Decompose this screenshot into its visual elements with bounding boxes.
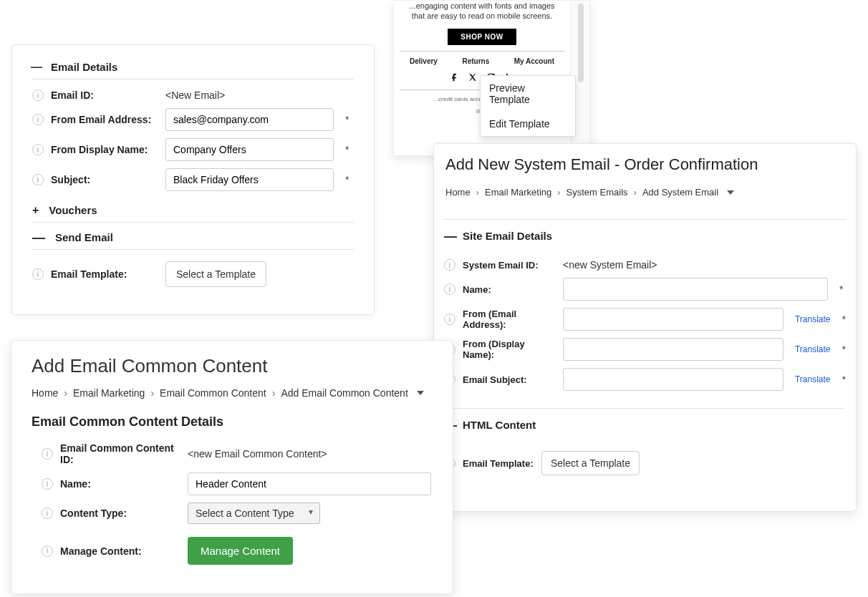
select-template-button[interactable]: Select a Template [165,261,266,287]
template-link-returns[interactable]: Returns [462,57,489,65]
email-details-panel: — Email Details i Email ID: <New Email> … [11,44,375,315]
label-system-email-id: System Email ID: [463,260,556,271]
x-twitter-icon[interactable] [468,72,478,82]
required-asterisk: * [842,314,846,325]
label-from-display: From Display Name: [51,144,158,155]
section-header-site-email-details[interactable]: — Site Email Details [444,230,846,249]
info-icon[interactable]: i [444,314,455,325]
info-icon[interactable]: i [42,545,53,557]
info-icon[interactable]: i [444,259,455,271]
label-email-id: Email ID: [51,89,158,101]
row-email-id: i Email ID: <New Email> [32,89,354,101]
section-title: Site Email Details [463,230,552,242]
value-common-content-id: <new Email Common Content> [188,448,327,460]
breadcrumb-home[interactable]: Home [445,187,471,198]
from-display-input[interactable] [165,138,334,161]
required-asterisk: * [842,374,846,385]
label-common-content-id: Email Common Content ID: [60,442,180,465]
label-subject: Email Subject: [463,374,556,385]
breadcrumb-email-common-content[interactable]: Email Common Content [160,387,266,399]
breadcrumb: Home › Email Marketing › System Emails ›… [445,187,846,198]
translate-link[interactable]: Translate [795,344,831,354]
template-context-menu: Preview Template Edit Template [480,75,576,137]
info-icon[interactable]: i [42,448,53,460]
translate-link[interactable]: Translate [795,374,831,384]
subject-input[interactable] [165,168,334,191]
from-email-input[interactable] [563,308,783,331]
facebook-icon[interactable] [449,72,459,82]
subject-input[interactable] [563,368,783,391]
row-from-display: i From (Display Name): Translate * [444,338,846,361]
label-content-type: Content Type: [60,508,180,519]
collapse-icon: — [32,63,41,72]
menu-item-preview-template[interactable]: Preview Template [481,76,575,112]
chevron-right-icon: › [150,387,154,399]
menu-item-edit-template[interactable]: Edit Template [481,112,575,136]
chevron-right-icon: › [634,187,637,198]
row-email-template: i Email Template: Select a Template [444,451,846,475]
row-from-display: i From Display Name: * [32,138,354,161]
breadcrumb-email-marketing[interactable]: Email Marketing [73,387,145,399]
label-from-email: From (Email Address): [463,309,556,330]
info-icon[interactable]: i [42,508,53,519]
info-icon[interactable]: i [32,144,44,155]
chevron-down-icon[interactable] [727,190,734,195]
label-from-email: From Email Address: [51,114,158,125]
name-input[interactable] [563,278,828,301]
info-icon[interactable]: i [42,478,53,490]
name-input[interactable] [188,472,431,495]
from-display-input[interactable] [563,338,783,361]
info-icon[interactable]: i [32,114,44,125]
chevron-right-icon: › [64,387,67,399]
section-header-email-details[interactable]: — Email Details [32,61,354,79]
row-email-template: i Email Template: Select a Template [32,261,354,287]
page-title: Add New System Email - Order Confirmatio… [445,155,846,174]
section-title: Vouchers [49,204,97,216]
breadcrumb-home[interactable]: Home [32,387,58,399]
required-asterisk: * [839,283,843,295]
section-title: Send Email [55,231,113,243]
label-name: Name: [60,478,180,490]
section-header-vouchers[interactable]: + Vouchers [32,198,354,223]
section-header-send-email[interactable]: — Send Email [32,225,354,250]
label-email-template: Email Template: [463,458,534,469]
breadcrumb-add-system-email: Add System Email [642,187,718,198]
row-name: i Name: * [444,278,846,301]
info-icon[interactable]: i [32,268,44,280]
row-system-email-id: i System Email ID: <new System Email> [444,259,846,271]
breadcrumb: Home › Email Marketing › Email Common Co… [32,387,435,399]
chevron-right-icon: › [272,387,276,399]
row-manage-content: i Manage Content: Manage Content [42,537,435,565]
chevron-right-icon: › [476,187,479,198]
breadcrumb-system-emails[interactable]: System Emails [566,187,628,198]
info-icon[interactable]: i [444,283,455,295]
section-site-email-details: — Site Email Details i System Email ID: … [444,219,846,391]
chevron-right-icon: › [557,187,560,198]
info-icon[interactable]: i [32,89,44,101]
chevron-down-icon[interactable] [417,391,424,395]
required-asterisk: * [345,114,349,125]
template-snippet-text: ...engaging content with fonts and image… [400,1,564,21]
divider [400,51,564,52]
template-link-delivery[interactable]: Delivery [410,57,438,65]
select-template-button[interactable]: Select a Template [541,451,640,475]
info-icon[interactable]: i [32,174,44,185]
label-email-template: Email Template: [51,268,158,280]
expand-icon: + [32,206,39,215]
row-content-type: i Content Type: Select a Content Type [42,503,435,524]
breadcrumb-email-marketing[interactable]: Email Marketing [485,187,551,198]
row-name: i Name: [42,472,435,495]
section-header-html-content[interactable]: — HTML Content [444,419,846,438]
value-system-email-id: <new System Email> [563,259,657,271]
template-link-account[interactable]: My Account [514,57,554,65]
row-common-content-id: i Email Common Content ID: <new Email Co… [42,442,435,465]
shop-now-button[interactable]: SHOP NOW [448,29,516,45]
manage-content-button[interactable]: Manage Content [188,537,293,565]
required-asterisk: * [345,144,349,155]
scrollbar-thumb[interactable] [578,4,584,82]
translate-link[interactable]: Translate [795,314,831,324]
from-email-input[interactable] [165,108,334,131]
add-system-email-panel: Add New System Email - Order Confirmatio… [433,143,857,512]
content-type-select[interactable]: Select a Content Type [188,503,320,524]
add-email-common-content-panel: Add Email Common Content Home › Email Ma… [11,340,453,594]
